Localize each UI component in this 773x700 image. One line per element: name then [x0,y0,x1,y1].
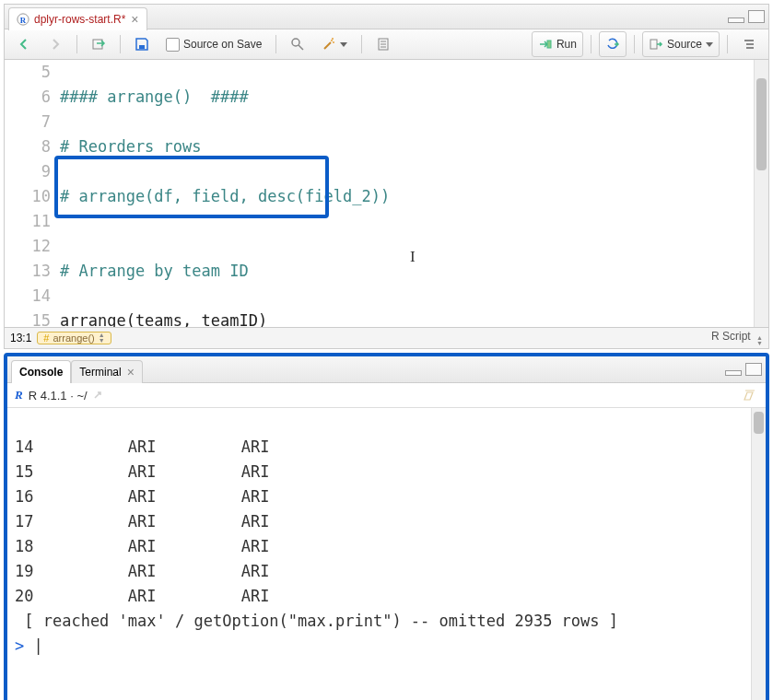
text-cursor-icon: I [410,244,416,269]
line-number: 9 [5,159,51,184]
back-button[interactable] [10,31,38,57]
svg-rect-14 [650,40,657,49]
line-number: 7 [5,110,51,134]
svg-point-4 [292,39,299,46]
editor-body: 5 6 7 8 9 10 11 12 13 14 15 #### arrange… [5,60,768,327]
cursor-position: 13:1 [10,332,31,344]
line-number: 10 [5,184,51,209]
source-on-save-label: Source on Save [183,38,262,51]
console-cursor: | [34,636,43,655]
source-label: Source [667,38,702,51]
line-number: 8 [5,134,51,159]
maximize-pane-button[interactable] [745,363,762,376]
section-label: arrange() [53,332,94,344]
source-toolbar: Source on Save Run Source [5,29,768,60]
clear-console-icon[interactable] [742,387,758,403]
pane-window-controls [728,10,765,23]
source-pane: R dplyr-rows-start.R* × Source on Save R… [4,4,769,349]
outline-button[interactable] [735,31,763,57]
minimize-pane-button[interactable] [728,18,744,23]
scrollbar-thumb[interactable] [754,412,764,434]
code-area[interactable]: #### arrange() #### # Reorders rows # ar… [60,60,754,327]
line-number: 12 [5,234,51,259]
source-tab-label: dplyr-rows-start.R* [34,13,125,26]
svg-line-5 [299,45,303,50]
console-row: 17 ARI ARI [15,512,269,531]
svg-text:R: R [20,15,27,24]
console-info-bar: R R 4.1.1 · ~/ [7,383,766,408]
r-logo-icon: R [15,388,23,402]
code-line: #### arrange() #### [60,85,754,110]
minimize-pane-button[interactable] [725,370,742,376]
console-tab-label: Console [19,366,63,379]
console-row: 16 ARI ARI [15,487,269,506]
scrollbar-thumb[interactable] [756,78,767,170]
close-icon[interactable]: × [131,13,138,26]
line-number: 14 [5,284,51,309]
console-prompt: > [15,636,24,655]
terminal-tab-label: Terminal [79,366,121,379]
save-button[interactable] [128,31,156,57]
line-number: 11 [5,209,51,234]
checkbox-icon [166,38,180,52]
run-button[interactable]: Run [532,31,583,57]
rerun-button[interactable] [599,31,627,57]
console-pane: Console Terminal × R R 4.1.1 · ~/ 14 ARI… [4,353,769,700]
popup-icon[interactable] [93,389,106,402]
console-scrollbar[interactable] [751,408,766,700]
svg-point-8 [332,38,334,40]
terminal-tab[interactable]: Terminal × [71,360,143,383]
console-tab-bar: Console Terminal × [7,356,766,383]
maximize-pane-button[interactable] [748,10,765,23]
svg-point-7 [333,41,334,43]
console-output[interactable]: 14 ARI ARI 15 ARI ARI 16 ARI ARI 17 ARI … [7,408,766,700]
code-line: arrange(teams, teamID) [60,309,754,327]
line-number: 5 [5,60,51,85]
code-line: # Reorders rows [60,134,754,159]
close-icon[interactable]: × [127,366,135,379]
r-version-label: R 4.1.1 · ~/ [29,389,88,402]
line-number: 15 [5,309,51,327]
svg-rect-2 [93,40,102,49]
code-line: # Arrange by team ID [60,259,754,284]
source-statusbar: 13:1 # arrange() ▲▼ R Script ▲▼ [5,327,768,348]
r-file-icon: R [17,13,29,26]
language-selector[interactable]: R Script ▲▼ [711,330,763,346]
source-button[interactable]: Source [642,31,720,57]
editor-scrollbar[interactable] [754,60,768,327]
source-tab[interactable]: R dplyr-rows-start.R* × [8,7,147,30]
svg-rect-13 [547,41,551,48]
console-row: 15 ARI ARI [15,462,269,481]
svg-rect-3 [139,45,145,49]
code-tools-button[interactable] [315,31,354,57]
line-number: 13 [5,259,51,284]
forward-button[interactable] [41,31,69,57]
source-tab-bar: R dplyr-rows-start.R* × [5,5,768,29]
svg-point-6 [331,40,333,41]
pane-window-controls [725,363,762,376]
source-on-save-toggle[interactable]: Source on Save [159,31,268,57]
find-button[interactable] [284,31,311,57]
language-label: R Script [711,330,751,343]
section-navigator[interactable]: # arrange() ▲▼ [37,332,111,344]
line-number: 6 [5,85,51,110]
console-overflow-message: [ reached 'max' / getOption("max.print")… [15,612,618,630]
console-row: 18 ARI ARI [15,537,269,555]
console-row: 20 ARI ARI [15,587,269,605]
line-gutter: 5 6 7 8 9 10 11 12 13 14 15 [5,60,60,327]
code-line: # arrange(df, field, desc(field_2)) [60,184,754,209]
compile-report-button[interactable] [369,31,397,57]
console-tab[interactable]: Console [11,360,71,383]
console-row: 14 ARI ARI [15,438,269,456]
show-in-new-window-button[interactable] [85,31,112,57]
console-row: 19 ARI ARI [15,562,269,580]
run-label: Run [556,38,577,51]
